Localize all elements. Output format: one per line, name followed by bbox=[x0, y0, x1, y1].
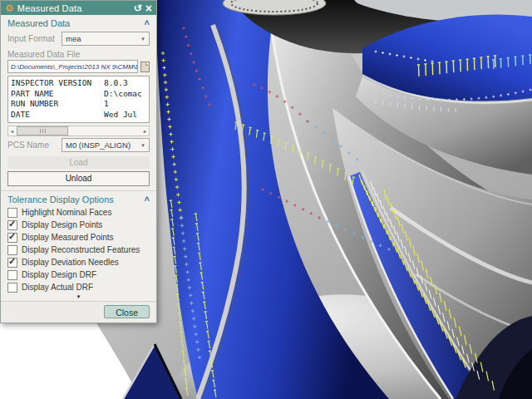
scrollbar-thumb[interactable] bbox=[17, 126, 68, 135]
checkbox[interactable] bbox=[7, 245, 17, 255]
scroll-more-icon[interactable]: ▼ bbox=[1, 293, 156, 301]
section-tolerance-options[interactable]: Tolerance Display Options ^ bbox=[1, 191, 156, 206]
browse-file-icon[interactable] bbox=[140, 62, 150, 72]
dialog-titlebar[interactable]: ⚙ Measured Data ↺ × bbox=[1, 1, 156, 15]
dialog-footer: Close bbox=[1, 301, 156, 323]
measured-data-dialog: ⚙ Measured Data ↺ × Measured Data ^ Inpu… bbox=[0, 0, 157, 323]
checkbox[interactable] bbox=[7, 233, 17, 243]
checkbox[interactable] bbox=[7, 208, 17, 218]
scroll-right-icon[interactable]: ► bbox=[141, 126, 149, 135]
checkbox-display-measured-points[interactable]: Display Measured Points bbox=[1, 231, 156, 244]
checkbox[interactable] bbox=[7, 270, 17, 280]
section-measured-data-label: Measured Data bbox=[7, 18, 145, 28]
dialog-title: Measured Data bbox=[17, 3, 131, 13]
data-file-label: Measured Data File bbox=[1, 47, 156, 60]
checkbox-label: Highlight Nominal Faces bbox=[22, 208, 111, 217]
checkbox-label: Display Reconstructed Features bbox=[22, 245, 140, 254]
scroll-left-icon[interactable]: ◄ bbox=[8, 126, 16, 135]
reset-icon[interactable]: ↺ bbox=[134, 3, 142, 13]
close-button[interactable]: Close bbox=[104, 305, 150, 318]
checkbox-display-deviation-needles[interactable]: Display Deviation Needles bbox=[1, 256, 156, 268]
checkbox-display-design-drf[interactable]: Display Design DRF bbox=[1, 268, 156, 281]
pcs-name-value: M0 (INSP_ALIGN) bbox=[66, 140, 140, 150]
checkbox-highlight-nominal-faces[interactable]: Highlight Nominal Faces bbox=[1, 206, 156, 219]
section-measured-data[interactable]: Measured Data ^ bbox=[1, 15, 156, 30]
chevron-up-icon[interactable]: ^ bbox=[145, 17, 150, 29]
close-icon[interactable]: × bbox=[145, 3, 152, 13]
file-info-box[interactable]: INSPECTOR VERSION8.0.3 PART NAMED:\comac… bbox=[7, 76, 150, 123]
checkbox-label: Display Actual DRF bbox=[22, 283, 93, 292]
checkbox-display-reconstructed-features[interactable]: Display Reconstructed Features bbox=[1, 244, 156, 256]
pcs-name-row: PCS Name M0 (INSP_ALIGN) ▼ bbox=[1, 136, 156, 154]
checkbox-label: Display Design Points bbox=[22, 220, 102, 229]
checkbox-display-design-points[interactable]: Display Design Points bbox=[1, 219, 156, 231]
chevron-down-icon: ▼ bbox=[140, 37, 145, 42]
checkbox-label: Display Measured Points bbox=[22, 233, 114, 242]
checkbox[interactable] bbox=[7, 258, 17, 268]
checkbox[interactable] bbox=[7, 283, 17, 293]
application-window: ⚙ Measured Data ↺ × Measured Data ^ Inpu… bbox=[0, 0, 532, 399]
data-file-input[interactable]: D:\Documents\_Projects\2013 NX 9\CMM\Dc bbox=[7, 60, 138, 73]
section-tolerance-label: Tolerance Display Options bbox=[7, 195, 145, 204]
checkbox[interactable] bbox=[7, 220, 17, 230]
checkbox-label: Display Design DRF bbox=[22, 270, 96, 279]
input-format-label: Input Format bbox=[7, 34, 62, 43]
file-info-row: PART NAMED:\comac bbox=[11, 89, 149, 100]
checkbox-label: Display Deviation Needles bbox=[22, 258, 119, 267]
gear-icon: ⚙ bbox=[5, 3, 14, 13]
unload-button[interactable]: Unload bbox=[7, 171, 150, 186]
horizontal-scrollbar[interactable]: ◄ ► bbox=[7, 126, 150, 136]
input-format-row: Input Format mea ▼ bbox=[1, 30, 156, 47]
pcs-name-dropdown[interactable]: M0 (INSP_ALIGN) ▼ bbox=[62, 138, 150, 152]
pcs-name-label: PCS Name bbox=[7, 140, 62, 150]
data-file-row: D:\Documents\_Projects\2013 NX 9\CMM\Dc bbox=[7, 60, 150, 73]
file-info-row: RUN NUMBER1 bbox=[11, 99, 149, 110]
chevron-up-icon[interactable]: ^ bbox=[145, 194, 150, 205]
input-format-dropdown[interactable]: mea ▼ bbox=[62, 32, 150, 46]
file-info-row: DATEWed Jul bbox=[11, 110, 149, 121]
load-button: Load bbox=[7, 156, 150, 169]
file-info-row: INSPECTOR VERSION8.0.3 bbox=[11, 78, 149, 89]
chevron-down-icon: ▼ bbox=[140, 143, 145, 148]
input-format-value: mea bbox=[66, 34, 140, 43]
checkbox-display-actual-drf[interactable]: Display Actual DRF bbox=[1, 281, 156, 293]
